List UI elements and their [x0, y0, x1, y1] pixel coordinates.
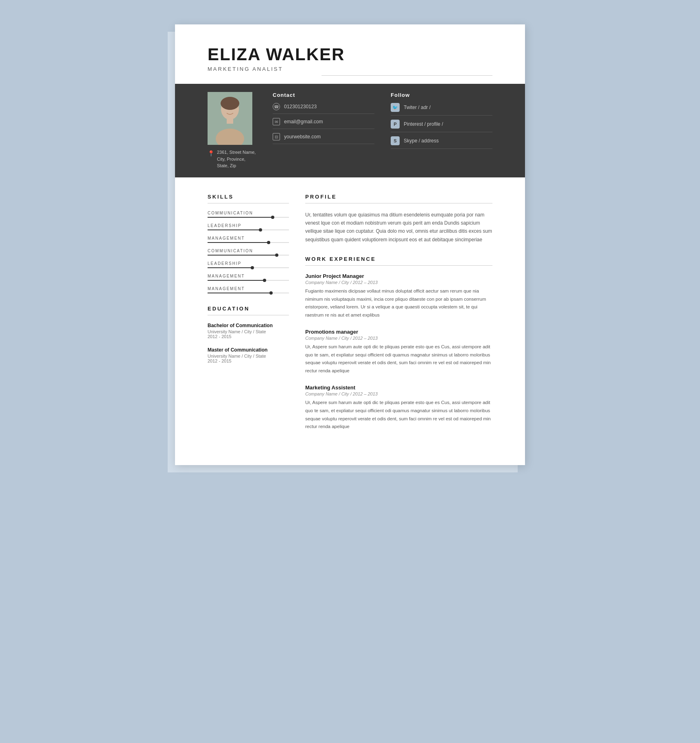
skill-bar-fill-0 [208, 217, 273, 218]
twitter-icon: 🐦 [391, 103, 400, 112]
skill-dot-4 [251, 266, 254, 269]
edu-year-1: 2012 - 2015 [208, 358, 289, 363]
skill-name-2: MANAGEMENT [208, 236, 289, 240]
work-divider [305, 265, 492, 266]
candidate-photo [208, 92, 252, 145]
twitter-value: Twiter / adr / [404, 105, 431, 110]
skype-icon: S [391, 136, 400, 145]
work-meta-2: Company Name / City / 2012 – 2013 [305, 391, 492, 396]
resume-header: ELIZA WALKER MARKETING ANALIST [175, 24, 525, 84]
skill-name-1: LEADERSHIP [208, 223, 289, 228]
edu-degree-1: Master of Communication [208, 347, 289, 353]
education-divider [208, 315, 289, 315]
pinterest-value: Pinterest / profile / [404, 121, 443, 127]
profile-text: Ur, tentatites volum que quiasimus ma di… [305, 211, 492, 244]
skill-bar-fill-1 [208, 229, 260, 230]
skill-dot-0 [271, 216, 274, 219]
skill-dot-6 [269, 291, 273, 295]
work-item-2: Marketing Assistent Company Name / City … [305, 385, 492, 431]
location-icon: 📍 [208, 149, 214, 158]
work-meta-1: Company Name / City / 2012 – 2013 [305, 336, 492, 341]
contact-label: Contact [273, 92, 374, 98]
website-value: yourwebsite.com [284, 134, 321, 140]
address-block: 📍 2361, Street Name, City, Province, Sta… [208, 149, 256, 169]
svg-point-2 [221, 97, 239, 110]
work-item-1: Promotions manager Company Name / City /… [305, 329, 492, 375]
contact-email: ✉ email@gmail.com [273, 118, 374, 129]
edu-year-0: 2012 - 2015 [208, 334, 289, 339]
profile-section-title: PROFILE [305, 194, 492, 200]
work-title-0: Junior Project Manager [305, 273, 492, 279]
email-icon: ✉ [273, 118, 280, 125]
info-bar: 📍 2361, Street Name, City, Province, Sta… [175, 84, 525, 177]
skill-bar-bg-4 [208, 267, 289, 268]
skype-value: Skype / address [404, 138, 439, 144]
edu-degree-0: Bachelor of Communication [208, 323, 289, 328]
skill-item-1: LEADERSHIP [208, 223, 289, 230]
skill-bar-bg-2 [208, 242, 289, 243]
skill-name-6: MANAGEMENT [208, 286, 289, 291]
skill-item-4: LEADERSHIP [208, 261, 289, 268]
contact-phone: ☎ 012301230123 [273, 103, 374, 114]
contact-section: Contact ☎ 012301230123 ✉ email@gmail.com… [265, 92, 374, 148]
skill-bar-fill-5 [208, 280, 265, 281]
education-list: Bachelor of Communication University Nam… [208, 323, 289, 363]
skill-dot-3 [275, 253, 278, 257]
skills-divider [208, 203, 289, 203]
skill-bar-bg-1 [208, 229, 289, 230]
email-value: email@gmail.com [284, 119, 323, 125]
work-meta-0: Company Name / City / 2012 – 2013 [305, 280, 492, 285]
skill-bar-fill-4 [208, 267, 252, 268]
follow-section: Follow 🐦 Twiter / adr / P Pinterest / pr… [383, 92, 492, 153]
photo-area: 📍 2361, Street Name, City, Province, Sta… [208, 92, 256, 169]
follow-label: Follow [391, 92, 492, 98]
skill-bar-fill-3 [208, 255, 277, 256]
skill-name-5: MANAGEMENT [208, 274, 289, 278]
right-column: PROFILE Ur, tentatites volum que quiasim… [305, 194, 492, 441]
work-list: Junior Project Manager Company Name / Ci… [305, 273, 492, 431]
header-divider [322, 75, 492, 76]
pinterest-icon: P [391, 120, 400, 129]
skill-item-0: COMMUNICATION [208, 211, 289, 218]
skill-bar-bg-0 [208, 217, 289, 218]
work-desc-1: Ur, Aspere sum harum aute opti dic te pl… [305, 343, 492, 375]
follow-skype: S Skype / address [391, 136, 492, 149]
skill-bar-fill-6 [208, 293, 271, 293]
skills-list: COMMUNICATION LEADERSHIP MANAGEMENT COMM… [208, 211, 289, 293]
skill-name-0: COMMUNICATION [208, 211, 289, 215]
skill-item-3: COMMUNICATION [208, 249, 289, 256]
skill-item-2: MANAGEMENT [208, 236, 289, 243]
work-desc-0: Fugianto maximenis dicipsae vollaut minu… [305, 287, 492, 319]
follow-pinterest: P Pinterest / profile / [391, 120, 492, 132]
edu-school-1: University Name / City / State [208, 354, 289, 358]
address-text: 2361, Street Name, City, Province, State… [217, 149, 256, 169]
work-item-0: Junior Project Manager Company Name / Ci… [305, 273, 492, 319]
skill-name-3: COMMUNICATION [208, 249, 289, 253]
phone-icon: ☎ [273, 103, 280, 110]
resume-page: ELIZA WALKER MARKETING ANALIST [175, 24, 525, 465]
skill-dot-5 [263, 279, 266, 282]
left-column: SKILLS COMMUNICATION LEADERSHIP MANAGEME… [208, 194, 289, 441]
skill-name-4: LEADERSHIP [208, 261, 289, 266]
resume-container: ELIZA WALKER MARKETING ANALIST [175, 24, 525, 465]
skill-bar-bg-5 [208, 280, 289, 281]
skill-bar-bg-6 [208, 293, 289, 293]
phone-value: 012301230123 [284, 104, 317, 109]
skill-item-5: MANAGEMENT [208, 274, 289, 281]
work-desc-2: Ur, Aspere sum harum aute opti dic te pl… [305, 399, 492, 431]
web-icon: ⊟ [273, 133, 280, 140]
education-section: EDUCATION Bachelor of Communication Univ… [208, 306, 289, 363]
svg-rect-4 [227, 118, 233, 124]
skill-bar-bg-3 [208, 255, 289, 256]
skill-item-6: MANAGEMENT [208, 286, 289, 293]
follow-twitter: 🐦 Twiter / adr / [391, 103, 492, 116]
edu-school-0: University Name / City / State [208, 329, 289, 334]
main-content: SKILLS COMMUNICATION LEADERSHIP MANAGEME… [175, 177, 525, 441]
skills-section-title: SKILLS [208, 194, 289, 200]
work-title-1: Promotions manager [305, 329, 492, 335]
work-section-title: WORK EXPERIENCE [305, 256, 492, 262]
skill-dot-2 [267, 241, 270, 244]
candidate-name: ELIZA WALKER [208, 45, 492, 64]
education-item-0: Bachelor of Communication University Nam… [208, 323, 289, 339]
candidate-title: MARKETING ANALIST [208, 66, 492, 72]
